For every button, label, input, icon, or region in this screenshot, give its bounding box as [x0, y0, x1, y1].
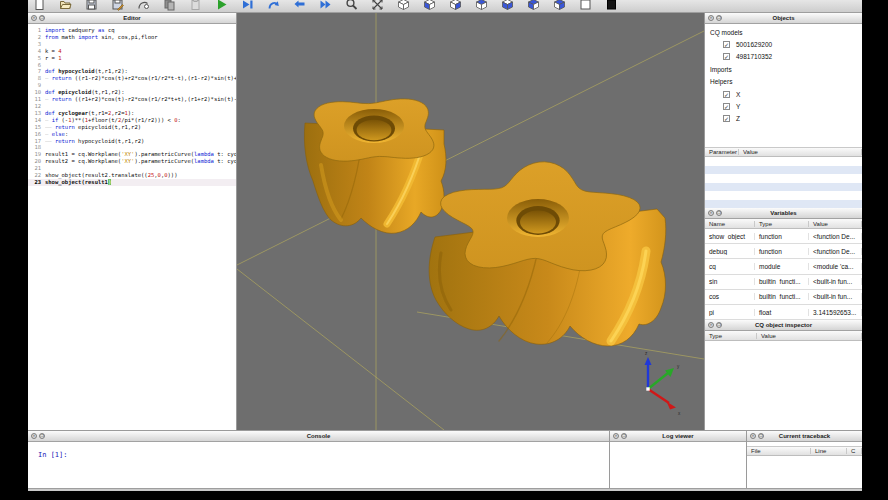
close-icon[interactable]: [708, 322, 714, 328]
toolbar-render-button[interactable]: [215, 0, 228, 11]
3d-viewport[interactable]: zyx: [237, 13, 705, 430]
float-icon[interactable]: [758, 433, 764, 439]
toolbar-step-into-button[interactable]: [293, 0, 306, 11]
code-line-1[interactable]: 1import cadquery as cq: [28, 27, 236, 34]
float-icon[interactable]: [39, 433, 45, 439]
code-line-14[interactable]: 14– if (-1)**(1+floor(t/2/pi*(r1/r2))) <…: [28, 117, 236, 124]
column-header-value[interactable]: Value: [757, 333, 862, 339]
gear-model-2[interactable]: [429, 162, 666, 346]
toolbar-fit-all-button[interactable]: [371, 0, 384, 11]
parameter-row[interactable]: [705, 200, 862, 209]
checkbox[interactable]: ✓: [723, 91, 730, 98]
variables-row-cq[interactable]: cqmodule<module 'ca...: [705, 259, 862, 274]
toolbar-view-bottom-button[interactable]: [501, 0, 514, 11]
close-icon[interactable]: [708, 15, 714, 21]
toolbar-step-button[interactable]: [267, 0, 280, 11]
column-header-type[interactable]: Type: [705, 333, 757, 339]
toolbar-copy-button[interactable]: [163, 0, 176, 11]
console-input-area[interactable]: In [1]:: [28, 442, 609, 488]
objects-group-helpers[interactable]: Helpers: [705, 76, 862, 88]
close-icon[interactable]: [31, 433, 37, 439]
close-icon[interactable]: [613, 433, 619, 439]
close-icon[interactable]: [31, 15, 37, 21]
code-line-17[interactable]: 17–– return hypocycloid(t,r1,r2): [28, 138, 236, 145]
code-line-23[interactable]: 23show_object(result1): [28, 179, 236, 186]
code-line-22[interactable]: 22show_object(result2.translate((25,0,0)…: [28, 172, 236, 179]
parameter-row[interactable]: [705, 166, 862, 175]
toolbar-zoom-fit-button[interactable]: [345, 0, 358, 11]
objects-item-y[interactable]: ✓Y: [705, 100, 862, 112]
code-line-12[interactable]: 12: [28, 103, 236, 110]
code-line-10[interactable]: 10def epicycloid(t,r1,r2):: [28, 89, 236, 96]
toolbar-view-right-button[interactable]: [553, 0, 566, 11]
toolbar-continue-button[interactable]: [319, 0, 332, 11]
objects-group-imports[interactable]: Imports: [705, 63, 862, 75]
objects-item-z[interactable]: ✓Z: [705, 113, 862, 125]
variables-row-show_object[interactable]: show_objectfunction<function De...: [705, 229, 862, 244]
code-line-6[interactable]: 6: [28, 62, 236, 69]
code-line-9[interactable]: 9: [28, 82, 236, 89]
column-header-parameter[interactable]: Parameter: [705, 149, 739, 155]
checkbox[interactable]: ✓: [723, 103, 730, 110]
close-icon[interactable]: [708, 210, 714, 216]
code-line-5[interactable]: 5r = 1: [28, 55, 236, 62]
code-editor[interactable]: 1import cadquery as cq2from math import …: [28, 24, 236, 430]
parameter-row[interactable]: [705, 191, 862, 200]
toolbar-white-box-button[interactable]: [579, 0, 592, 11]
code-line-15[interactable]: 15–– return epicycloid(t,r1,r2): [28, 124, 236, 131]
float-icon[interactable]: [621, 433, 627, 439]
column-header-c[interactable]: C: [847, 448, 862, 454]
toolbar-debug-button[interactable]: [241, 0, 254, 11]
gear-model-1[interactable]: [304, 99, 446, 233]
code-line-11[interactable]: 11– return ((r1+r2)*cos(t)-r2*cos(r1/r2*…: [28, 96, 236, 103]
variables-row-pi[interactable]: pifloat3.141592653...: [705, 305, 862, 320]
column-header-file[interactable]: File: [747, 448, 811, 454]
code-line-16[interactable]: 16– else:: [28, 131, 236, 138]
float-icon[interactable]: [716, 15, 722, 21]
code-line-3[interactable]: 3: [28, 41, 236, 48]
column-header-name[interactable]: Name: [705, 221, 755, 227]
column-header-type[interactable]: Type: [755, 221, 809, 227]
toolbar-new-file-button[interactable]: [33, 0, 46, 11]
parameter-row[interactable]: [705, 157, 862, 166]
column-header-line[interactable]: Line: [811, 448, 847, 454]
toolbar-view-top-button[interactable]: [475, 0, 488, 11]
variables-row-sin[interactable]: sinbuiltin_functi...<built-in fun...: [705, 275, 862, 290]
variables-row-cos[interactable]: cosbuiltin_functi...<built-in fun...: [705, 290, 862, 305]
code-line-18[interactable]: 18: [28, 144, 236, 151]
close-icon[interactable]: [750, 433, 756, 439]
objects-item-4981710352[interactable]: ✓4981710352: [705, 51, 862, 63]
code-line-2[interactable]: 2from math import sin, cos,pi,floor: [28, 34, 236, 41]
checkbox[interactable]: ✓: [723, 115, 730, 122]
code-line-21[interactable]: 21: [28, 165, 236, 172]
code-line-7[interactable]: 7def hypocycloid(t,r1,r2):: [28, 68, 236, 75]
objects-group-cq-models[interactable]: CQ models: [705, 26, 862, 38]
checkbox[interactable]: ✓: [723, 41, 730, 48]
toolbar-view-back-button[interactable]: [449, 0, 462, 11]
float-icon[interactable]: [39, 15, 45, 21]
toolbar-save-as-button[interactable]: [111, 0, 124, 11]
variables-row-debug[interactable]: debugfunction<function De...: [705, 244, 862, 259]
float-icon[interactable]: [716, 322, 722, 328]
toolbar-view-front-button[interactable]: [423, 0, 436, 11]
toolbar-black-box-button[interactable]: [605, 0, 618, 11]
toolbar-link-url-button[interactable]: [137, 0, 150, 11]
checkbox[interactable]: ✓: [723, 53, 730, 60]
toolbar-open-file-button[interactable]: [59, 0, 72, 11]
toolbar-view-left-button[interactable]: [527, 0, 540, 11]
toolbar-save-button[interactable]: [85, 0, 98, 11]
code-line-4[interactable]: 4k = 4: [28, 48, 236, 55]
toolbar-paste-button[interactable]: [189, 0, 202, 11]
code-line-20[interactable]: 20result2 = cq.Workplane('XY').parametri…: [28, 158, 236, 165]
code-line-19[interactable]: 19result1 = cq.Workplane('XY').parametri…: [28, 151, 236, 158]
float-icon[interactable]: [716, 210, 722, 216]
column-header-value[interactable]: Value: [809, 221, 862, 227]
column-header-value[interactable]: Value: [739, 149, 862, 155]
toolbar-view-iso-button[interactable]: [397, 0, 410, 11]
code-line-13[interactable]: 13def cyclogear(t,r1=2,r2=1):: [28, 110, 236, 117]
objects-item-x[interactable]: ✓X: [705, 88, 862, 100]
parameter-row[interactable]: [705, 174, 862, 183]
parameter-row[interactable]: [705, 183, 862, 192]
objects-item-5001629200[interactable]: ✓5001629200: [705, 38, 862, 50]
code-line-8[interactable]: 8– return ((r1-r2)*cos(t)+r2*cos(r1/r2*t…: [28, 75, 236, 82]
